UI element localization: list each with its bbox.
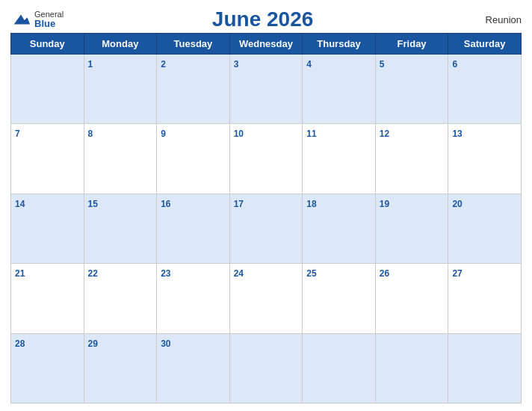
- calendar-cell: 30: [157, 333, 230, 403]
- calendar-cell: [303, 333, 376, 403]
- day-number: 5: [380, 59, 385, 69]
- calendar-cell: 24: [229, 264, 303, 333]
- calendar-cell: 7: [11, 124, 84, 194]
- calendar-cell: 21: [11, 264, 84, 333]
- day-number: 22: [88, 268, 98, 279]
- day-number: 25: [306, 268, 316, 279]
- calendar-cell: 2: [157, 55, 230, 124]
- calendar-cell: 5: [375, 55, 448, 124]
- day-number: 14: [15, 199, 25, 209]
- calendar-cell: [229, 333, 303, 403]
- header-friday: Friday: [375, 34, 448, 55]
- calendar-cell: 28: [11, 333, 84, 403]
- calendar-cell: [375, 333, 448, 403]
- day-number: 4: [306, 59, 312, 69]
- calendar-header: General Blue June 2026 Reunion: [10, 7, 522, 31]
- calendar-cell: 22: [84, 264, 157, 333]
- logo-text: General Blue: [34, 10, 64, 29]
- day-number: 28: [15, 339, 25, 349]
- day-number: 13: [452, 129, 462, 139]
- header-saturday: Saturday: [448, 34, 522, 55]
- day-number: 20: [452, 199, 462, 209]
- day-number: 29: [88, 339, 98, 349]
- calendar-cell: [448, 333, 522, 403]
- calendar-cell: 6: [448, 55, 522, 124]
- week-row-5: 282930: [11, 333, 522, 403]
- day-number: 15: [88, 199, 98, 209]
- header-thursday: Thursday: [303, 34, 376, 55]
- region-label: Reunion: [462, 14, 522, 25]
- day-number: 2: [161, 59, 166, 69]
- calendar-cell: 4: [303, 55, 376, 124]
- day-number: 10: [234, 129, 244, 139]
- week-row-1: 123456: [11, 55, 522, 124]
- calendar-cell: 15: [84, 194, 157, 263]
- calendar-cell: 16: [157, 194, 230, 263]
- header-tuesday: Tuesday: [157, 34, 230, 55]
- day-number: 26: [380, 268, 389, 279]
- calendar-cell: 14: [11, 194, 84, 263]
- day-number: 1: [88, 59, 93, 69]
- day-number: 23: [161, 268, 170, 279]
- header-monday: Monday: [84, 34, 157, 55]
- day-number: 18: [306, 199, 316, 209]
- day-number: 12: [380, 129, 389, 139]
- calendar-cell: 11: [303, 124, 376, 194]
- day-number: 8: [88, 129, 93, 139]
- day-number: 16: [161, 199, 170, 209]
- calendar-cell: 12: [375, 124, 448, 194]
- day-number: 19: [380, 199, 389, 209]
- day-number: 3: [234, 59, 239, 69]
- calendar-cell: 19: [375, 194, 448, 263]
- week-row-3: 14151617181920: [11, 194, 522, 263]
- day-number: 7: [15, 129, 20, 139]
- week-row-2: 78910111213: [11, 124, 522, 194]
- logo-icon: [10, 9, 31, 30]
- calendar-cell: 29: [84, 333, 157, 403]
- calendar-cell: 17: [229, 194, 303, 263]
- calendar-cell: 26: [375, 264, 448, 333]
- logo: General Blue: [10, 9, 64, 30]
- calendar-table: Sunday Monday Tuesday Wednesday Thursday…: [10, 33, 522, 404]
- calendar-cell: 10: [229, 124, 303, 194]
- day-number: 21: [15, 268, 25, 279]
- calendar-cell: 20: [448, 194, 522, 263]
- calendar-cell: 13: [448, 124, 522, 194]
- calendar-cell: 23: [157, 264, 230, 333]
- day-number: 27: [452, 268, 462, 279]
- day-number: 11: [306, 129, 316, 139]
- calendar-cell: 3: [229, 55, 303, 124]
- calendar-cell: 18: [303, 194, 376, 263]
- calendar-title: June 2026: [64, 7, 462, 31]
- day-number: 30: [161, 339, 170, 349]
- calendar-cell: 9: [157, 124, 230, 194]
- day-number: 6: [452, 59, 457, 69]
- header-wednesday: Wednesday: [229, 34, 303, 55]
- calendar-cell: 8: [84, 124, 157, 194]
- calendar-cell: [11, 55, 84, 124]
- days-header-row: Sunday Monday Tuesday Wednesday Thursday…: [11, 34, 522, 55]
- calendar-cell: 25: [303, 264, 376, 333]
- day-number: 17: [234, 199, 244, 209]
- calendar-cell: 27: [448, 264, 522, 333]
- header-sunday: Sunday: [11, 34, 84, 55]
- logo-blue-label: Blue: [34, 19, 64, 29]
- week-row-4: 21222324252627: [11, 264, 522, 333]
- day-number: 24: [234, 268, 244, 279]
- calendar-cell: 1: [84, 55, 157, 124]
- day-number: 9: [161, 129, 166, 139]
